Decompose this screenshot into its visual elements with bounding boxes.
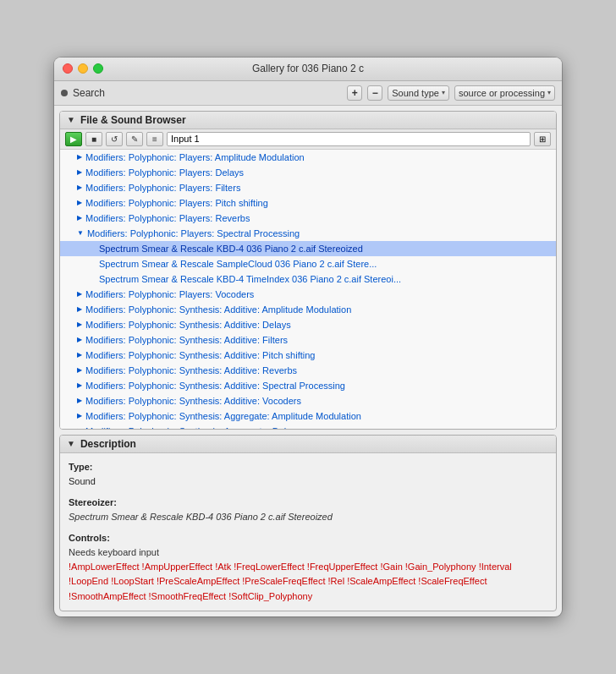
list-item[interactable]: ▶Modifiers: Polyphonic: Synthesis: Addit… (60, 363, 556, 378)
search-dot-icon (61, 90, 68, 96)
list-item[interactable]: ▶Modifiers: Polyphonic: Synthesis: Addit… (60, 393, 556, 408)
source-processing-label: source or processing (459, 88, 545, 98)
collapsed-triangle-icon: ▶ (77, 425, 82, 429)
file-list[interactable]: ▶Modifiers: Polyphonic: Players: Amplitu… (60, 150, 556, 429)
list-item[interactable]: ▶Spectrum Smear & Rescale KBD-4 TimeInde… (60, 271, 556, 287)
collapsed-triangle-icon: ▶ (77, 333, 82, 347)
list-button[interactable]: ≡ (146, 132, 163, 146)
main-window: Gallery for 036 Piano 2 c Search + − Sou… (54, 58, 562, 617)
sound-type-arrow-icon: ▾ (442, 89, 445, 96)
list-item[interactable]: ▶Modifiers: Polyphonic: Synthesis: Aggre… (60, 424, 556, 429)
title-bar: Gallery for 036 Piano 2 c (54, 58, 562, 81)
collapsed-triangle-icon: ▶ (77, 348, 82, 362)
expanded-triangle-icon: ▼ (77, 227, 84, 240)
main-content: ▼ File & Sound Browser ▶ ■ ↺ ✎ ≡ ⊞ ▶Modi… (54, 106, 562, 617)
stereoizer-label: Stereoizer: (69, 496, 547, 510)
list-item-label: Modifiers: Polyphonic: Synthesis: Additi… (85, 333, 288, 347)
list-item-label: Modifiers: Polyphonic: Synthesis: Additi… (85, 364, 297, 377)
play-button[interactable]: ▶ (65, 132, 82, 146)
collapsed-triangle-icon: ▶ (77, 303, 82, 316)
collapsed-triangle-icon: ▶ (77, 151, 82, 164)
remove-button[interactable]: − (367, 85, 382, 101)
collapsed-triangle-icon: ▶ (77, 394, 82, 408)
list-item[interactable]: ▶Modifiers: Polyphonic: Players: Pitch s… (60, 195, 556, 211)
browser-collapse-triangle-icon[interactable]: ▼ (67, 115, 75, 124)
list-item-label: Modifiers: Polyphonic: Players: Filters (85, 181, 240, 195)
browser-toolbar: ▶ ■ ↺ ✎ ≡ ⊞ (60, 129, 556, 150)
controls-needs: Needs keyboard input (69, 547, 159, 557)
description-header: ▼ Description (60, 436, 556, 453)
list-item-label: Modifiers: Polyphonic: Synthesis: Additi… (85, 379, 345, 392)
list-item-label: Modifiers: Polyphonic: Players: Spectral… (87, 227, 300, 240)
window-title: Gallery for 036 Piano 2 c (252, 63, 364, 74)
list-item-label: Spectrum Smear & Rescale KBD-4 036 Piano… (99, 242, 363, 255)
list-item[interactable]: ▶Modifiers: Polyphonic: Synthesis: Addit… (60, 302, 556, 317)
traffic-lights (63, 63, 103, 74)
source-processing-arrow-icon: ▾ (547, 89, 551, 96)
file-browser-header: ▼ File & Sound Browser (60, 112, 556, 129)
description-collapse-triangle-icon[interactable]: ▼ (67, 439, 75, 448)
list-item-label: Modifiers: Polyphonic: Synthesis: Additi… (85, 394, 301, 408)
list-item[interactable]: ▶Modifiers: Polyphonic: Players: Reverbs (60, 211, 556, 226)
minimize-button[interactable] (78, 63, 88, 74)
list-item[interactable]: ▶Spectrum Smear & Rescale SampleCloud 03… (60, 256, 556, 271)
collapsed-triangle-icon: ▶ (77, 409, 82, 423)
browser-input[interactable] (167, 132, 531, 146)
list-item-label: Modifiers: Polyphonic: Synthesis: Additi… (85, 318, 291, 332)
type-label: Type: (69, 460, 547, 474)
list-item[interactable]: ▶Modifiers: Polyphonic: Synthesis: Addit… (60, 317, 556, 332)
collapsed-triangle-icon: ▶ (77, 181, 82, 195)
description-title: Description (80, 438, 136, 450)
edit-button[interactable]: ✎ (126, 132, 143, 146)
list-item[interactable]: ▶Modifiers: Polyphonic: Players: Filters (60, 180, 556, 195)
collapsed-triangle-icon: ▶ (77, 379, 82, 392)
list-item[interactable]: ▶Modifiers: Polyphonic: Synthesis: Addit… (60, 332, 556, 348)
list-item[interactable]: ▶Modifiers: Polyphonic: Synthesis: Addit… (60, 378, 556, 393)
browser-action-icon[interactable]: ⊞ (534, 132, 551, 146)
list-item-label: Modifiers: Polyphonic: Players: Reverbs (85, 211, 250, 225)
file-browser-panel: ▼ File & Sound Browser ▶ ■ ↺ ✎ ≡ ⊞ ▶Modi… (59, 111, 557, 430)
sound-type-label: Sound type (392, 88, 439, 98)
file-browser-title: File & Sound Browser (80, 114, 186, 126)
list-item-label: Modifiers: Polyphonic: Players: Vocoders (85, 288, 254, 301)
stereoizer-value: Spectrum Smear & Rescale KBD-4 036 Piano… (69, 510, 547, 524)
loop-button[interactable]: ↺ (106, 132, 123, 146)
search-label: Search (73, 87, 342, 99)
list-item[interactable]: ▶Spectrum Smear & Rescale KBD-4 036 Pian… (60, 241, 556, 256)
list-item[interactable]: ▼Modifiers: Polyphonic: Players: Spectra… (60, 226, 556, 241)
collapsed-triangle-icon: ▶ (77, 318, 82, 332)
list-item[interactable]: ▶Modifiers: Polyphonic: Synthesis: Addit… (60, 348, 556, 363)
close-button[interactable] (63, 63, 73, 74)
list-item-label: Spectrum Smear & Rescale SampleCloud 036… (99, 257, 377, 271)
list-item-label: Modifiers: Polyphonic: Synthesis: Additi… (85, 303, 351, 316)
collapsed-triangle-icon: ▶ (77, 166, 82, 179)
collapsed-triangle-icon: ▶ (77, 196, 82, 210)
collapsed-triangle-icon: ▶ (77, 211, 82, 225)
list-item-label: Modifiers: Polyphonic: Players: Delays (85, 166, 244, 179)
controls-red-text: !AmpLowerEffect !AmpUpperEffect !Atk !Fr… (69, 560, 547, 605)
list-item-label: Modifiers: Polyphonic: Players: Amplitud… (85, 151, 305, 164)
stop-button[interactable]: ■ (85, 132, 102, 146)
list-item-label: Modifiers: Polyphonic: Players: Pitch sh… (85, 196, 268, 210)
list-item[interactable]: ▶Modifiers: Polyphonic: Synthesis: Aggre… (60, 408, 556, 424)
list-item[interactable]: ▶Modifiers: Polyphonic: Players: Vocoder… (60, 287, 556, 302)
description-panel: ▼ Description Type: Sound Stereoizer: Sp… (59, 435, 557, 612)
collapsed-triangle-icon: ▶ (77, 364, 82, 377)
maximize-button[interactable] (93, 63, 103, 74)
collapsed-triangle-icon: ▶ (77, 288, 82, 301)
description-content: Type: Sound Stereoizer: Spectrum Smear &… (60, 453, 556, 611)
toolbar: Search + − Sound type ▾ source or proces… (54, 81, 562, 106)
list-item-label: Spectrum Smear & Rescale KBD-4 TimeIndex… (99, 272, 401, 286)
controls-label: Controls: (69, 531, 547, 545)
list-item-label: Modifiers: Polyphonic: Synthesis: Aggreg… (85, 409, 361, 423)
list-item[interactable]: ▶Modifiers: Polyphonic: Players: Amplitu… (60, 150, 556, 165)
source-processing-dropdown[interactable]: source or processing ▾ (454, 85, 555, 101)
sound-type-dropdown[interactable]: Sound type ▾ (388, 85, 449, 101)
add-button[interactable]: + (347, 85, 362, 101)
list-item-label: Modifiers: Polyphonic: Synthesis: Aggreg… (85, 425, 300, 429)
list-item[interactable]: ▶Modifiers: Polyphonic: Players: Delays (60, 165, 556, 180)
list-item-label: Modifiers: Polyphonic: Synthesis: Additi… (85, 348, 315, 362)
type-value: Sound (69, 474, 547, 489)
